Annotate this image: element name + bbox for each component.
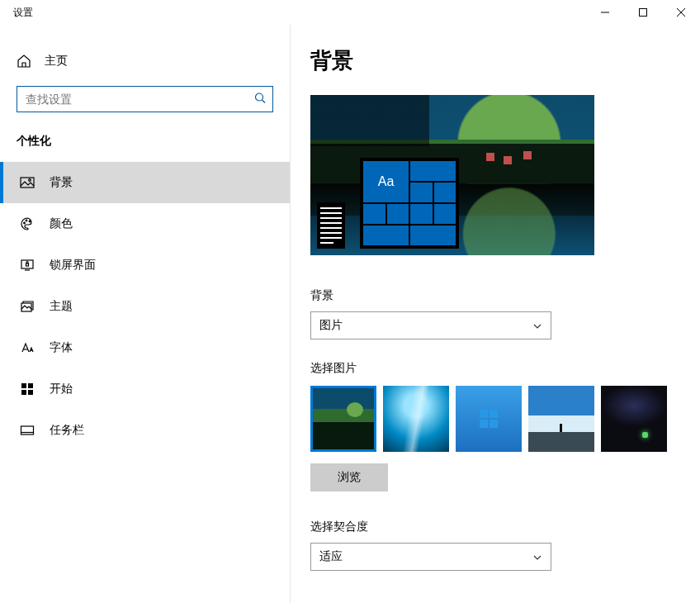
desktop-preview: Aa: [310, 95, 594, 255]
minimize-button[interactable]: [586, 0, 624, 25]
svg-rect-17: [21, 383, 26, 388]
svg-point-4: [256, 93, 263, 101]
search-input[interactable]: [17, 87, 244, 112]
search-box[interactable]: [17, 86, 273, 112]
chevron-down-icon: [532, 320, 542, 330]
nav-list: 背景颜色锁屏界面主题字体开始任务栏: [0, 162, 290, 451]
thumbnail-landscape-reflection[interactable]: [310, 386, 376, 452]
themes-icon: [20, 299, 35, 314]
svg-point-10: [29, 221, 31, 222]
section-header: 个性化: [0, 127, 290, 154]
sidebar: 主页 个性化 背景颜色锁屏界面主题字体开始任务栏: [0, 25, 291, 603]
picture-icon: [20, 175, 35, 190]
thumbnail-night-sky-tent[interactable]: [601, 386, 667, 452]
sidebar-item-label: 任务栏: [50, 423, 84, 438]
svg-rect-6: [21, 178, 34, 188]
home-icon: [17, 54, 31, 69]
background-dropdown[interactable]: 图片: [310, 311, 551, 339]
sidebar-item-label: 锁屏界面: [50, 258, 96, 273]
search-icon: [254, 93, 266, 107]
sidebar-item-lockscreen[interactable]: 锁屏界面: [0, 245, 290, 286]
background-label: 背景: [310, 288, 680, 303]
svg-rect-21: [21, 426, 34, 434]
lockscreen-icon: [20, 258, 35, 273]
window-controls: [586, 0, 700, 25]
sidebar-item-themes[interactable]: 主题: [0, 286, 290, 327]
choose-picture-label: 选择图片: [310, 361, 680, 376]
preview-taskbar: [317, 202, 345, 249]
start-icon: [20, 382, 35, 396]
sidebar-item-fonts[interactable]: 字体: [0, 327, 290, 368]
maximize-button[interactable]: [624, 0, 662, 25]
content[interactable]: 背景 Aa 背景 图片 选择图: [291, 25, 700, 603]
sidebar-item-palette[interactable]: 颜色: [0, 203, 290, 245]
svg-point-7: [29, 179, 31, 182]
taskbar-icon: [20, 423, 35, 438]
fit-dropdown[interactable]: 适应: [310, 543, 551, 571]
palette-icon: [20, 216, 35, 231]
minimize-icon: [601, 8, 609, 17]
fonts-icon: [20, 340, 35, 355]
preview-start-tiles: Aa: [360, 158, 459, 249]
fit-dropdown-value: 适应: [319, 549, 343, 564]
sidebar-item-label: 主题: [50, 299, 73, 314]
sidebar-item-label: 开始: [50, 382, 73, 396]
close-icon: [677, 8, 685, 17]
chevron-down-icon: [532, 552, 542, 562]
sidebar-item-picture[interactable]: 背景: [0, 162, 290, 203]
page-title: 背景: [310, 46, 680, 75]
sidebar-item-label: 颜色: [50, 216, 73, 231]
titlebar: 设置: [0, 0, 700, 25]
app-title: 设置: [0, 6, 33, 20]
svg-rect-19: [21, 390, 26, 395]
svg-rect-20: [28, 390, 33, 395]
thumbnail-windows-default[interactable]: [456, 386, 522, 452]
browse-button-label: 浏览: [338, 470, 361, 485]
thumbnail-underwater[interactable]: [383, 386, 449, 452]
sidebar-item-start[interactable]: 开始: [0, 368, 290, 410]
svg-point-9: [26, 220, 27, 221]
sidebar-item-taskbar[interactable]: 任务栏: [0, 410, 290, 451]
preview-tile-text: Aa: [363, 161, 409, 202]
thumbnail-beach[interactable]: [528, 386, 594, 452]
sidebar-item-label: 背景: [50, 175, 73, 190]
maximize-icon: [639, 8, 647, 17]
home-label: 主页: [45, 54, 68, 69]
fit-label: 选择契合度: [310, 520, 680, 534]
svg-rect-1: [640, 9, 647, 17]
browse-button[interactable]: 浏览: [310, 463, 388, 491]
home-link[interactable]: 主页: [0, 41, 290, 81]
svg-line-5: [262, 100, 266, 103]
picture-thumbnails: [310, 386, 680, 452]
close-button[interactable]: [662, 0, 700, 25]
svg-rect-18: [28, 383, 33, 388]
svg-point-8: [24, 222, 26, 224]
svg-rect-13: [26, 264, 29, 266]
search-wrap: [0, 86, 290, 112]
sidebar-item-label: 字体: [50, 340, 73, 355]
background-dropdown-value: 图片: [319, 318, 343, 333]
